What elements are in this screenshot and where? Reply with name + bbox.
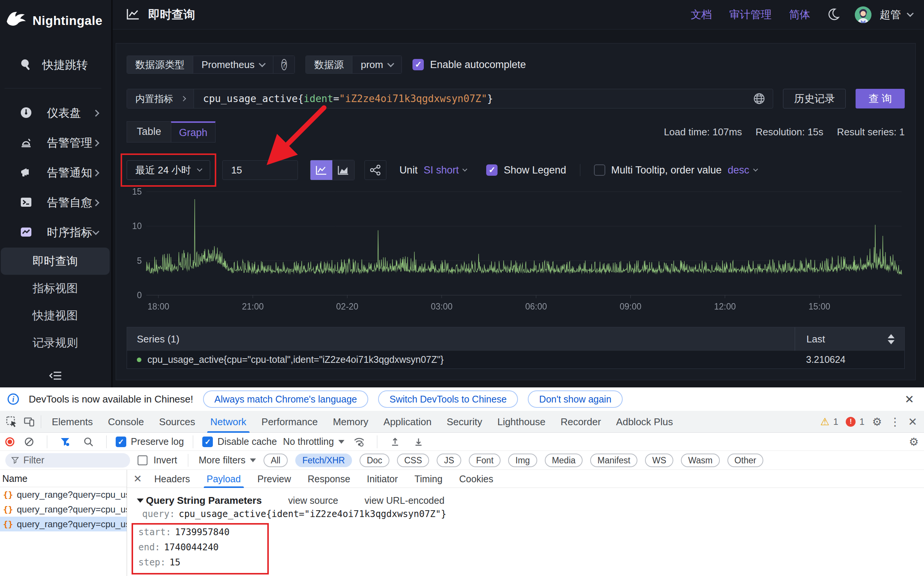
sidebar-quick-jump[interactable]: 快捷跳转 <box>0 37 111 73</box>
autocomplete-toggle[interactable]: Enable autocomplete <box>413 59 526 71</box>
tab-console[interactable]: Console <box>100 411 151 433</box>
language-link[interactable]: 简体 <box>789 8 810 22</box>
timeseries-chart[interactable] <box>127 186 905 312</box>
help-button[interactable]: ? <box>273 56 295 73</box>
view-source-link[interactable]: view source <box>288 495 338 506</box>
area-chart-type-button[interactable] <box>332 160 354 180</box>
request-row[interactable]: {} query_range?query=cpu_usage_activ... <box>0 487 127 502</box>
switch-chinese-button[interactable]: Switch DevTools to Chinese <box>378 390 518 408</box>
export-har-icon[interactable] <box>410 433 427 451</box>
pill-fetch-xhr[interactable]: Fetch/XHR <box>295 454 352 467</box>
detail-tab-response[interactable]: Response <box>299 470 359 488</box>
sidebar-subitem-recording-rules[interactable]: 记录规则 <box>1 329 110 357</box>
avatar[interactable] <box>855 6 871 23</box>
audit-link[interactable]: 审计管理 <box>729 8 772 22</box>
filter-input[interactable] <box>24 455 124 466</box>
view-url-encoded-link[interactable]: view URL-encoded <box>365 495 444 506</box>
device-toolbar-icon[interactable] <box>21 413 38 430</box>
globe-icon[interactable] <box>753 93 765 105</box>
tab-recorder[interactable]: Recorder <box>553 411 609 433</box>
sidebar-item-timeseries-metrics[interactable]: 时序指标 <box>0 218 111 248</box>
brand[interactable]: Nightingale <box>0 0 111 37</box>
tab-table[interactable]: Table <box>127 121 171 142</box>
show-legend-toggle[interactable]: Show Legend <box>486 165 566 176</box>
tab-security[interactable]: Security <box>439 411 490 433</box>
request-row[interactable]: {} query_range?query=cpu_usage_activ... <box>0 502 127 517</box>
step-input[interactable] <box>222 160 298 180</box>
pill-font[interactable]: Font <box>469 454 501 467</box>
docs-link[interactable]: 文档 <box>691 8 712 22</box>
invert-checkbox[interactable] <box>138 456 147 465</box>
pill-ws[interactable]: WS <box>645 454 673 467</box>
detail-close-icon[interactable]: ✕ <box>129 473 146 485</box>
menu-fold-icon[interactable] <box>48 369 63 384</box>
multi-tooltip-checkbox[interactable] <box>594 165 605 176</box>
tab-network[interactable]: Network <box>203 411 254 433</box>
pill-js[interactable]: JS <box>437 454 461 467</box>
record-icon[interactable] <box>5 437 14 446</box>
network-settings-gear-icon[interactable]: ⚙ <box>909 435 919 448</box>
tab-sources[interactable]: Sources <box>152 411 203 433</box>
pill-manifest[interactable]: Manifest <box>590 454 637 467</box>
query-string-params-title[interactable]: Query String Parameters <box>137 495 262 506</box>
pill-all[interactable]: All <box>264 454 288 467</box>
promql-input[interactable]: 内置指标 cpu_usage_active{ident="iZ2ze4oi71k… <box>127 89 773 109</box>
warning-icon[interactable]: ⚠ <box>820 416 830 428</box>
detail-tab-timing[interactable]: Timing <box>406 470 451 488</box>
line-chart-type-button[interactable] <box>311 160 332 180</box>
pill-wasm[interactable]: Wasm <box>681 454 719 467</box>
time-range-select[interactable]: 最近 24 小时 <box>127 160 210 180</box>
clear-icon[interactable] <box>21 433 38 451</box>
tab-memory[interactable]: Memory <box>325 411 376 433</box>
more-filters-select[interactable]: More filters <box>199 455 256 466</box>
share-button[interactable] <box>365 160 386 180</box>
dont-show-again-button[interactable]: Don't show again <box>528 390 623 408</box>
preserve-log-checkbox[interactable] <box>116 437 126 447</box>
autocomplete-checkbox[interactable] <box>413 59 424 70</box>
promql-expression[interactable]: cpu_usage_active{ident="iZ2ze4oi71k3qgdx… <box>194 93 753 104</box>
inspect-icon[interactable] <box>3 413 21 430</box>
search-icon[interactable] <box>80 433 97 451</box>
detail-tab-headers[interactable]: Headers <box>146 470 199 488</box>
disable-cache-checkbox[interactable] <box>202 437 213 447</box>
pill-css[interactable]: CSS <box>397 454 429 467</box>
match-language-button[interactable]: Always match Chrome's language <box>203 390 368 408</box>
datasource-type-select[interactable]: Prometheus <box>193 56 273 73</box>
legend-series-row[interactable]: cpu_usage_active{cpu="cpu-total",ident="… <box>127 351 904 368</box>
show-legend-checkbox[interactable] <box>486 165 498 176</box>
legend-last-column[interactable]: Last <box>795 327 904 351</box>
tab-elements[interactable]: Elements <box>44 411 100 433</box>
sidebar-subitem-quick-view[interactable]: 快捷视图 <box>1 302 110 329</box>
pill-doc[interactable]: Doc <box>360 454 389 467</box>
filter-funnel-icon[interactable] <box>56 433 74 451</box>
banner-close-icon[interactable]: ✕ <box>905 393 914 406</box>
settings-gear-icon[interactable]: ⚙ <box>872 415 882 428</box>
detail-tab-preview[interactable]: Preview <box>249 470 299 488</box>
devtools-close-icon[interactable]: ✕ <box>908 415 917 428</box>
name-column-header[interactable]: Name <box>0 470 127 487</box>
import-har-icon[interactable] <box>386 433 404 451</box>
chevron-down-icon[interactable] <box>906 10 913 17</box>
tab-lighthouse[interactable]: Lighthouse <box>490 411 553 433</box>
unit-select[interactable]: SI short <box>423 165 466 176</box>
tab-adblock-plus[interactable]: Adblock Plus <box>609 411 681 433</box>
dark-mode-moon-icon[interactable] <box>827 8 840 22</box>
kebab-menu-icon[interactable]: ⋮ <box>890 415 900 428</box>
detail-tab-initiator[interactable]: Initiator <box>359 470 406 488</box>
throttling-select[interactable]: No throttling <box>283 436 344 447</box>
sidebar-subitem-instant-query[interactable]: 即时查询 <box>1 248 110 275</box>
pill-media[interactable]: Media <box>545 454 583 467</box>
network-conditions-icon[interactable] <box>351 433 368 451</box>
query-button[interactable]: 查 询 <box>855 89 905 109</box>
tab-graph[interactable]: Graph <box>171 121 216 142</box>
pill-img[interactable]: Img <box>508 454 537 467</box>
error-icon[interactable]: ! <box>846 417 855 427</box>
sidebar-item-dashboards[interactable]: 仪表盘 <box>0 98 111 128</box>
request-row-selected[interactable]: {} query_range?query=cpu_usage_activ... <box>0 517 127 531</box>
datasource-select[interactable]: prom <box>352 56 402 73</box>
detail-tab-cookies[interactable]: Cookies <box>451 470 501 488</box>
sidebar-item-alert-selfhealing[interactable]: 告警自愈 <box>0 188 111 218</box>
history-button[interactable]: 历史记录 <box>783 89 846 109</box>
detail-tab-payload[interactable]: Payload <box>199 470 249 488</box>
tab-performance[interactable]: Performance <box>254 411 325 433</box>
